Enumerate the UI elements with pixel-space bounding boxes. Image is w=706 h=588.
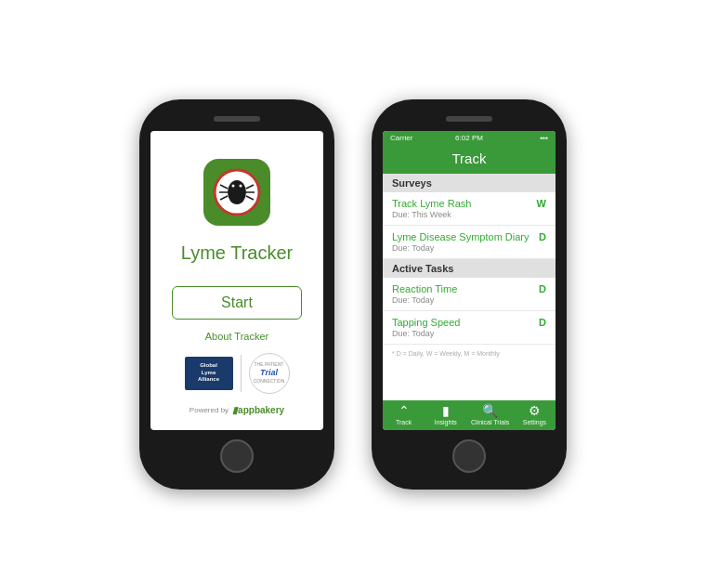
footnote: * D = Daily, W = Weekly, M = Monthly [383, 345, 556, 400]
tab-settings[interactable]: ⚙ Settings [517, 404, 551, 425]
phone-home-button[interactable] [220, 439, 254, 473]
track-header: Track [383, 145, 556, 174]
list-item[interactable]: Reaction Time D Due: Today [383, 278, 556, 311]
list-item[interactable]: Track Lyme Rash W Due: This Week [383, 192, 556, 226]
item-due-4: Due: Today [392, 329, 546, 338]
logos-row: Global Lyme Alliance THE PATIENT Trial C… [185, 353, 290, 394]
status-time: 6:02 PM [455, 134, 483, 142]
list-item[interactable]: Tapping Speed D Due: Today [383, 311, 556, 345]
item-title-3: Reaction Time [392, 283, 533, 294]
appbakery-logo: ▮appbakery [232, 405, 284, 415]
active-tasks-section-header: Active Tasks [383, 259, 556, 278]
trial-logo: THE PATIENT Trial CONNECTION [249, 353, 290, 394]
item-badge-1: W [537, 198, 546, 209]
app-icon [203, 159, 270, 226]
item-due-1: Due: This Week [392, 210, 546, 219]
logo-divider [241, 355, 242, 392]
tab-track[interactable]: ⌃ Track [387, 404, 421, 425]
item-badge-2: D [539, 231, 546, 242]
item-title-1: Track Lyme Rash [392, 198, 531, 209]
item-badge-3: D [539, 283, 546, 294]
about-link[interactable]: About Tracker [205, 331, 268, 342]
item-due-3: Due: Today [392, 295, 546, 305]
item-badge-4: D [539, 317, 546, 328]
settings-icon: ⚙ [529, 404, 541, 417]
phone-speaker [214, 116, 260, 122]
item-due-2: Due: Today [392, 243, 546, 253]
tab-clinical-trials[interactable]: 🔍 Clinical Trials [471, 404, 509, 425]
left-bottom: Global Lyme Alliance THE PATIENT Trial C… [165, 353, 308, 415]
battery-icon: ▪▪▪ [540, 134, 548, 142]
carrier-label: Carrier [390, 134, 412, 142]
svg-point-10 [240, 184, 242, 187]
phone-speaker-right [446, 116, 492, 122]
start-button[interactable]: Start [172, 286, 302, 320]
phone-home-button-right[interactable] [452, 439, 486, 473]
surveys-section-header: Surveys [383, 174, 556, 192]
item-title-4: Tapping Speed [392, 317, 533, 328]
app-title: Lyme Tracker [181, 242, 293, 264]
insights-icon: ▮ [442, 404, 450, 417]
powered-row: Powered by ▮appbakery [190, 405, 284, 415]
left-phone: Lyme Tracker Start About Tracker Global … [139, 99, 334, 490]
track-icon: ⌃ [399, 404, 410, 417]
right-phone: Carrier 6:02 PM ▪▪▪ Track Surveys Track … [372, 99, 567, 490]
item-title-2: Lyme Disease Symptom Diary [392, 231, 533, 242]
left-screen: Lyme Tracker Start About Tracker Global … [150, 131, 323, 430]
list-item[interactable]: Lyme Disease Symptom Diary D Due: Today [383, 226, 556, 259]
right-screen: Carrier 6:02 PM ▪▪▪ Track Surveys Track … [383, 131, 556, 430]
status-bar: Carrier 6:02 PM ▪▪▪ [383, 131, 556, 145]
clinical-trials-icon: 🔍 [482, 404, 498, 417]
tab-insights[interactable]: ▮ Insights [429, 404, 463, 425]
tab-bar: ⌃ Track ▮ Insights 🔍 Clinical Trials ⚙ S… [383, 400, 556, 430]
gla-logo: Global Lyme Alliance [185, 357, 233, 390]
tick-bug-icon [213, 168, 261, 216]
